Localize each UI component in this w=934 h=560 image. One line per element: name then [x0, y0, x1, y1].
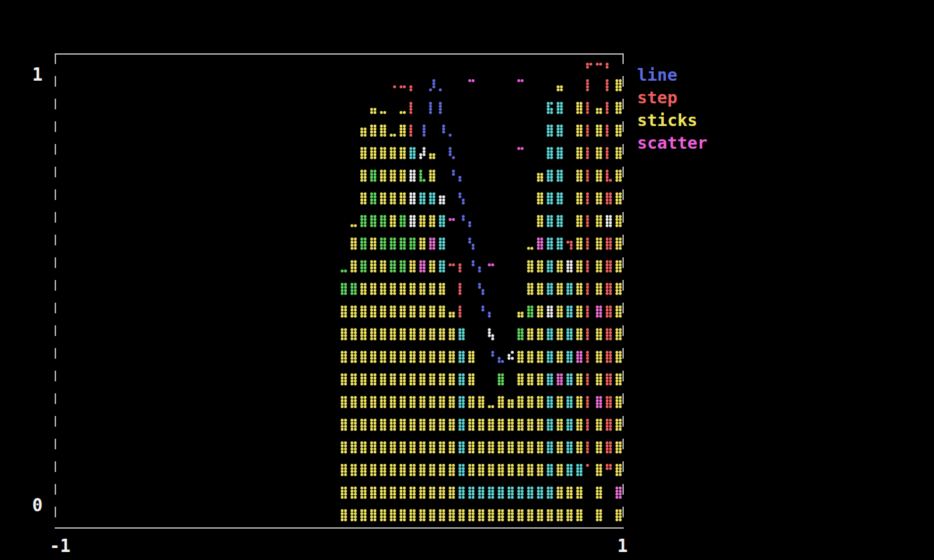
x-axis-tick-max: 1 — [602, 536, 642, 556]
y-axis-tick-min: 0 — [13, 495, 43, 515]
y-axis-tick-max: 1 — [13, 65, 43, 85]
terminal-screen: 1 0 -1 1 line step sticks scatter — [0, 0, 934, 560]
legend-item-sticks: sticks — [637, 109, 707, 132]
braille-dots-layer — [341, 63, 622, 521]
x-axis-tick-min: -1 — [40, 536, 80, 556]
legend-item-scatter: scatter — [637, 132, 707, 155]
legend-item-step: step — [637, 87, 707, 109]
chart-canvas — [0, 0, 934, 560]
legend: line step sticks scatter — [637, 64, 707, 155]
legend-item-line: line — [637, 64, 707, 87]
